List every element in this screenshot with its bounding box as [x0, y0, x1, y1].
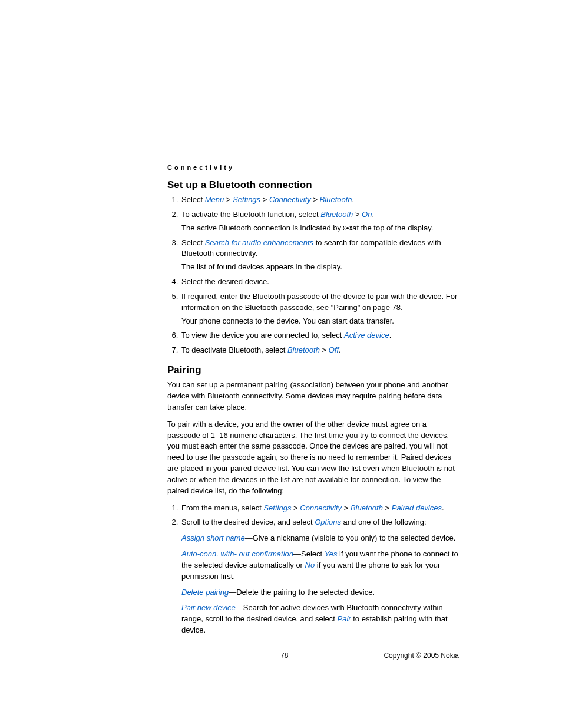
- link-bluetooth: Bluetooth: [320, 210, 353, 219]
- step-5: If required, enter the Bluetooth passcod…: [180, 291, 459, 327]
- text: .: [442, 503, 444, 512]
- text: The active Bluetooth connection is indic…: [181, 223, 343, 232]
- link-off: Off: [329, 345, 339, 354]
- pairing-step-2: Scroll to the desired device, and select…: [180, 517, 459, 636]
- text: To view the device you are connected to,…: [181, 331, 344, 340]
- step-6: To view the device you are connected to,…: [180, 330, 459, 341]
- link-auto-conn: Auto-conn. with- out confirmation: [181, 549, 293, 558]
- link-on: On: [362, 210, 372, 219]
- sub-text: Your phone connects to the device. You c…: [181, 316, 459, 327]
- svg-point-0: [346, 227, 349, 229]
- link-settings: Settings: [233, 195, 260, 204]
- text: —Delete the pairing to the selected devi…: [229, 588, 375, 597]
- text: and one of the following:: [341, 518, 427, 526]
- text: .: [352, 195, 355, 204]
- link-search-audio: Search for audio enhancements: [205, 238, 313, 247]
- pairing-steps-list: From the menus, select Settings Connecti…: [167, 503, 459, 636]
- pairing-para-2: To pair with a device, you and the owner…: [167, 419, 459, 497]
- option-auto-conn: Auto-conn. with- out confirmation—Select…: [181, 549, 459, 582]
- link-active-device: Active device: [344, 331, 389, 340]
- link-yes: Yes: [325, 549, 338, 558]
- separator: [313, 195, 318, 204]
- step-1: Select Menu Settings Connectivity Blueto…: [180, 195, 459, 206]
- page-footer: 78 Copyright © 2005 Nokia: [167, 651, 459, 660]
- separator: [355, 210, 360, 219]
- separator: [263, 195, 267, 204]
- step-7: To deactivate Bluetooth, select Bluetoot…: [180, 345, 459, 356]
- link-pair-new-device: Pair new device: [181, 603, 236, 612]
- text: Select the desired device.: [181, 277, 269, 286]
- text: Select: [181, 238, 205, 247]
- link-settings: Settings: [263, 503, 291, 512]
- option-delete-pairing: Delete pairing—Delete the pairing to the…: [181, 587, 459, 598]
- text: To deactivate Bluetooth, select: [181, 345, 287, 354]
- link-paired-devices: Paired devices: [392, 503, 442, 512]
- text: —Give a nickname (visible to you only) t…: [245, 533, 456, 542]
- text: .: [389, 331, 392, 340]
- link-menu: Menu: [205, 195, 224, 204]
- step-2: To activate the Bluetooth function, sele…: [180, 209, 459, 234]
- bluetooth-indicator-icon: [343, 225, 351, 231]
- text: .: [339, 345, 341, 354]
- link-no: No: [305, 561, 315, 569]
- separator: [293, 503, 298, 512]
- sub-text: The list of found devices appears in the…: [181, 262, 459, 273]
- heading-pairing: Pairing: [167, 364, 459, 376]
- link-bluetooth: Bluetooth: [320, 195, 352, 204]
- pairing-step-1: From the menus, select Settings Connecti…: [180, 503, 459, 514]
- heading-setup: Set up a Bluetooth connection: [167, 179, 459, 191]
- separator: [322, 345, 327, 354]
- text: To activate the Bluetooth function, sele…: [181, 210, 320, 219]
- section-header: Connectivity: [167, 164, 459, 171]
- separator: [344, 503, 349, 512]
- link-pair: Pair: [337, 614, 351, 623]
- pairing-para-1: You can set up a permanent pairing (asso…: [167, 380, 459, 413]
- link-bluetooth: Bluetooth: [351, 503, 383, 512]
- copyright: Copyright © 2005 Nokia: [384, 651, 459, 660]
- separator: [385, 503, 390, 512]
- text: Select: [181, 195, 205, 204]
- document-page: Connectivity Set up a Bluetooth connecti…: [0, 0, 562, 728]
- text: at the top of the display.: [351, 223, 434, 232]
- text: —Select: [293, 549, 325, 558]
- text: Scroll to the desired device, and select: [181, 518, 315, 526]
- link-options: Options: [315, 518, 341, 526]
- setup-steps-list: Select Menu Settings Connectivity Blueto…: [167, 195, 459, 356]
- link-delete-pairing: Delete pairing: [181, 588, 229, 597]
- link-connectivity: Connectivity: [269, 195, 311, 204]
- page-number: 78: [280, 651, 288, 660]
- link-bluetooth: Bluetooth: [287, 345, 320, 354]
- option-pair-new-device: Pair new device—Search for active device…: [181, 602, 459, 636]
- text: If required, enter the Bluetooth passcod…: [181, 292, 457, 312]
- link-connectivity: Connectivity: [300, 503, 342, 512]
- separator: [226, 195, 231, 204]
- sub-text: The active Bluetooth connection is indic…: [181, 223, 459, 234]
- text: From the menus, select: [181, 503, 263, 512]
- link-assign-short-name: Assign short name: [181, 533, 245, 542]
- step-3: Select Search for audio enhancements to …: [180, 238, 459, 274]
- option-assign-short-name: Assign short name—Give a nickname (visib…: [181, 533, 459, 544]
- step-4: Select the desired device.: [180, 276, 459, 288]
